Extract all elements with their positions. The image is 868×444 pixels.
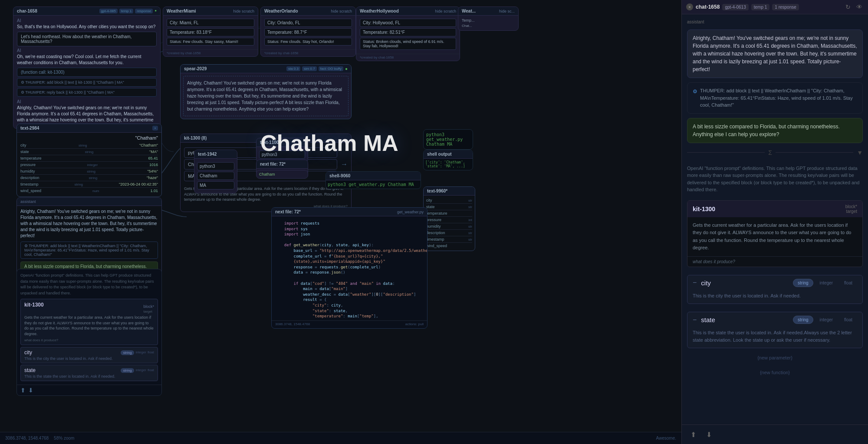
bottom-description-node: OpenAI "function prompt" definitions. Th…	[16, 269, 162, 396]
thumper-icon: ⚙	[693, 88, 697, 95]
status-bar: 3086.3748, 1548.4768 58% zoom Awesome.	[0, 432, 681, 444]
shell-output-node: shell output ['city': 'Chatham', 'state'…	[423, 150, 473, 170]
replay-msg-1: Alrighty, Chatham! You've switched gears…	[20, 209, 158, 239]
miami-hide-btn[interactable]: hide scratch	[233, 9, 254, 13]
weather4-temp: Temp...	[462, 18, 515, 23]
t9960-r1: citystr	[426, 197, 472, 204]
refresh-icon-btn[interactable]: ↻	[844, 3, 852, 11]
miami-temp-val: Temperature: 83.18°F	[167, 28, 254, 36]
state-minus-btn[interactable]: −	[693, 316, 697, 324]
text1100-title: text-1100	[260, 140, 279, 145]
panel-header: × chat-1658 gpt-4-0613 temp 1 1 response…	[682, 0, 868, 14]
main-chat-title: char-1658	[17, 9, 37, 13]
hollywood-hide-btn[interactable]: hide scratch	[435, 9, 456, 13]
target-label: target	[845, 209, 857, 214]
ai-label-2: AI	[17, 48, 157, 53]
city-param-block: − city string integer float This is the …	[687, 275, 863, 304]
mini-state-float-btn: float	[148, 368, 154, 373]
code-actions: actions: pull	[405, 322, 424, 326]
chatham-label: "Chatham"	[20, 135, 158, 140]
state-param-name: state	[701, 316, 715, 323]
state-float-btn[interactable]: float	[839, 316, 857, 324]
text9960-title: text-9960*	[427, 189, 447, 193]
assistant-message-bubble: Alrighty, Chatham! You've switched gears…	[687, 29, 863, 78]
miami-title: WeatherMiami	[167, 9, 196, 13]
code-footer: 3086.3748, 1548.4768 actions: pull	[272, 320, 427, 327]
text-1942-node: text-1942 python3 Chatham MA	[194, 150, 237, 193]
mini-bottom-upload[interactable]: ⬆	[20, 387, 26, 394]
city-minus-btn[interactable]: −	[693, 279, 697, 287]
mini-bottom-download[interactable]: ⬇	[28, 387, 33, 394]
chat-replay-node: assistant Alrighty, Chatham! You've swit…	[16, 197, 162, 279]
shell-node: shell-9060 python3 get_weather.py Chatha…	[326, 171, 421, 189]
orlando-created-label: *created by chat-1658	[261, 49, 355, 56]
city-type-group: string integer float	[793, 279, 857, 287]
weather4-title: Weat...	[462, 9, 476, 13]
orlando-title: WeatherOrlando	[264, 9, 298, 13]
upload-icon: ⬆	[690, 431, 696, 439]
resp-badge: response	[135, 9, 153, 13]
state-integer-btn[interactable]: integer	[815, 316, 838, 324]
kit-header: kit-1300 block* target	[687, 201, 862, 217]
spear-title: spear-2029	[184, 66, 207, 71]
mini-kit-desc: Gets the current weather for a particula…	[24, 315, 154, 336]
eye-icon-btn[interactable]: 👁	[855, 3, 864, 11]
kit-body: Gets the current weather for a particula…	[687, 217, 862, 256]
temp-badge: temp 1	[751, 4, 770, 10]
data-row-desc: descriptionstring"haze"	[20, 175, 158, 181]
download-icon-btn[interactable]: ⬇	[703, 428, 715, 441]
mini-state-int-btn: integer	[135, 368, 146, 373]
new-parameter-btn[interactable]: {new parameter}	[687, 353, 863, 363]
main-chat-node: char-1658 gpt-4-085 temp 1 response ● AI…	[13, 7, 161, 129]
response-badge: 1 response	[772, 4, 799, 10]
city-float-btn[interactable]: float	[839, 279, 857, 287]
upload-icon-btn[interactable]: ⬆	[687, 428, 699, 441]
t1100-f1: python3	[259, 150, 305, 159]
t9960-r7: timestampstr	[426, 236, 472, 243]
spear-active: ●	[345, 66, 348, 71]
state-type-group: string integer float	[793, 316, 857, 324]
canvas-area: char-1658 gpt-4-085 temp 1 response ● AI…	[0, 0, 681, 444]
hollywood-status-val: Status: Broken clouds, wind speed of 6.9…	[360, 38, 456, 50]
close-icon: ×	[688, 5, 691, 10]
assistant-label: assistant	[20, 199, 36, 204]
city-integer-btn[interactable]: integer	[815, 279, 838, 287]
download-icon: ⬇	[706, 431, 712, 439]
code-filename-header: get_weather.py	[397, 210, 424, 214]
hollywood-city-val: City: Hollywood, FL	[360, 19, 456, 27]
state-param-header: − state string integer float	[687, 312, 862, 327]
new-function-btn[interactable]: {new function}	[687, 367, 863, 378]
t9960-r6: descriptionstr	[426, 230, 472, 236]
spear-fact: fact: OO buffy	[319, 66, 343, 71]
new-parameter-label: {new parameter}	[757, 355, 792, 360]
state-string-btn[interactable]: string	[793, 316, 813, 324]
t1942-f2: Chatham	[197, 172, 234, 180]
panel-bottom: ⬆ ⬇	[682, 424, 868, 444]
description-text: OpenAI "function prompt" definitions. Th…	[687, 162, 863, 196]
status-zoom: 58% zoom	[54, 436, 74, 441]
mini-state-string-btn: string	[121, 368, 135, 373]
text-1100-node: text-1100 python3	[256, 138, 308, 163]
city-string-btn[interactable]: string	[793, 279, 813, 287]
block-label: block*	[845, 204, 857, 209]
weather4-hide: hide sc...	[499, 9, 515, 13]
data-row-wind: wind_speednum1.01	[20, 188, 158, 194]
orlando-hide-btn[interactable]: hide scratch	[331, 9, 352, 13]
thumper-msg-1: ⚙ THUMPER: add block || text || kit-1300…	[17, 78, 157, 87]
ai-label-1: AI	[17, 18, 157, 23]
data-row-humidity: humiditystring"54%"	[20, 168, 158, 175]
weather-4th-node: Weat... hide sc... Temp... Chat...	[458, 7, 519, 31]
mini-string-btn: string	[121, 350, 135, 355]
city-param-name: city	[701, 279, 711, 287]
refresh-icon: ↻	[845, 3, 851, 10]
ai-msg-2: Oh, we're east coasting now? Cool cool. …	[17, 54, 157, 66]
close-button[interactable]: ×	[686, 3, 693, 10]
t1942-f3: MA	[197, 181, 234, 189]
right-panel: × chat-1658 gpt-4-0613 temp 1 1 response…	[681, 0, 868, 444]
code-coords: 3086.3748, 1548.4768	[275, 322, 310, 326]
shell-output-title: shell output	[427, 152, 452, 157]
kit-title: kit-1300	[693, 206, 715, 212]
python-chatham: Chatham	[259, 172, 305, 176]
text-data-node: text-2984 × "Chatham" citystring"Chatham…	[16, 124, 162, 197]
spear-sim: sim 0.7	[302, 66, 317, 71]
